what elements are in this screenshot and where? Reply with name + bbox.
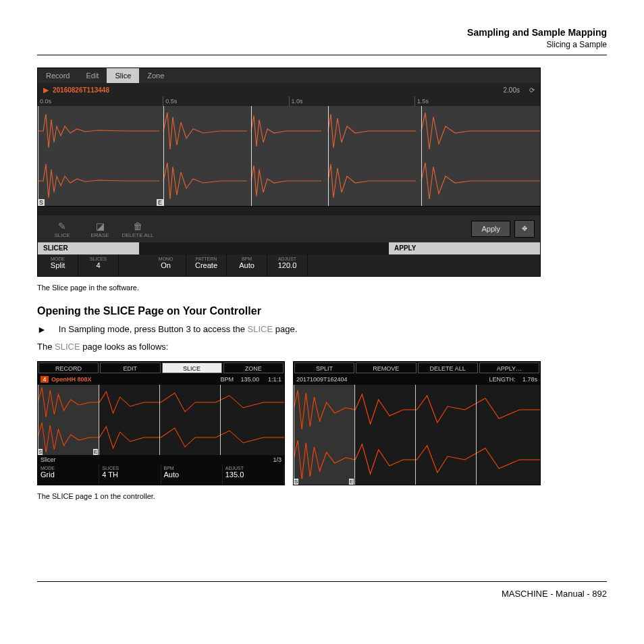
param-pattern[interactable]: PATTERNCreate (186, 254, 227, 276)
bpm-label: BPM (220, 376, 234, 383)
length-label: LENGTH: (489, 376, 515, 383)
instruction-text-b: page. (273, 324, 297, 334)
tab-record[interactable]: Record (38, 68, 78, 83)
bpm-value: 135.00 (240, 376, 259, 383)
slicer-header: SLICER (38, 242, 139, 254)
slice-label: SLICE (55, 342, 80, 352)
ctrl-tab-edit[interactable]: EDIT (100, 363, 160, 373)
param-mono[interactable]: MONOOn (146, 254, 186, 276)
ctrl-param-mode[interactable]: MODEGrid (38, 464, 99, 485)
header-divider (37, 55, 607, 55)
sample-name-ctrl: OpenHH 808X (51, 376, 92, 383)
tab-slice[interactable]: Slice (107, 68, 139, 83)
header-subtitle: Slicing a Sample (37, 40, 607, 49)
sample-name-right: 20171009T162404 (296, 376, 348, 383)
apply-header: APPLY (389, 242, 540, 254)
page-count: 1/3 (273, 456, 281, 463)
end-marker[interactable]: E (157, 199, 163, 206)
body-line: The SLICE page looks as follows: (37, 342, 607, 352)
ctrl-param-bpm[interactable]: BPMAuto (161, 464, 223, 485)
start-marker[interactable]: S (294, 479, 298, 485)
footer-text: MASCHINE - Manual - 892 (37, 589, 607, 599)
pos-value: 1:1:1 (268, 376, 281, 383)
tool-row: ✎ SLICE ◪ ERASE 🗑 DELETE ALL Apply ✥ (38, 215, 540, 242)
software-screenshot: Record Edit Slice Zone ▶ 20160826T113448… (37, 68, 541, 277)
sample-name: 20160826T113448 (53, 86, 500, 94)
ruler-tick: 1.0s (289, 97, 414, 106)
slot-number: 4 (41, 376, 49, 383)
instruction-row: ► In Sampling mode, press Button 3 to ac… (37, 324, 607, 335)
tab-zone[interactable]: Zone (139, 68, 172, 83)
start-marker[interactable]: S (38, 199, 45, 206)
scrollbar[interactable] (38, 206, 540, 215)
slicer-head: Slicer (41, 456, 56, 463)
end-marker[interactable]: E (93, 449, 98, 455)
ctrl-btn-apply[interactable]: APPLY… (479, 363, 539, 373)
ruler-tick: 0.5s (163, 97, 288, 106)
end-marker[interactable]: E (349, 479, 354, 485)
bullet-icon: ► (37, 324, 47, 335)
footer-divider (37, 581, 607, 582)
param-bpm[interactable]: BPMAuto (227, 254, 267, 276)
loop-icon[interactable]: ⟳ (529, 86, 535, 94)
ctrl-btn-deleteall[interactable]: DELETE ALL (418, 363, 478, 373)
section-heading: Opening the SLICE Page on Your Controlle… (37, 305, 607, 317)
ctrl-waveform-right[interactable]: S E (294, 385, 540, 485)
controller-right: SPLIT REMOVE DELETE ALL APPLY… 20171009T… (293, 361, 541, 485)
time-ruler: 0.0s 0.5s 1.0s 1.5s (38, 97, 540, 106)
ctrl-waveform-left[interactable]: S E (38, 385, 284, 455)
play-icon[interactable]: ▶ (43, 86, 49, 95)
sw-file-row: ▶ 20160826T113448 2.00s ⟳ (38, 83, 540, 97)
instruction-text-a: In Sampling mode, press Button 3 to acce… (59, 324, 248, 334)
eraser-icon: ◪ (81, 220, 119, 232)
param-mode[interactable]: MODESplit (38, 254, 78, 276)
sample-length: 2.00s (504, 86, 520, 94)
move-icon[interactable]: ✥ (514, 220, 535, 238)
controller-left: RECORD EDIT SLICE ZONE 4 OpenHH 808X BPM… (37, 361, 285, 485)
param-headers: SLICER APPLY (38, 242, 540, 254)
waveform-display[interactable]: S E (38, 106, 540, 206)
sw-tab-bar: Record Edit Slice Zone (38, 68, 540, 83)
ctrl-btn-split[interactable]: SPLIT (294, 363, 354, 373)
ctrl-btn-remove[interactable]: REMOVE (356, 363, 416, 373)
controller-screenshot: RECORD EDIT SLICE ZONE 4 OpenHH 808X BPM… (37, 361, 541, 485)
param-row: MODESplit SLICES4 MONOOn PATTERNCreate B… (38, 254, 540, 276)
delete-all-tool[interactable]: 🗑 DELETE ALL (119, 220, 157, 238)
ruler-tick: 1.5s (414, 97, 540, 106)
param-slices[interactable]: SLICES4 (78, 254, 119, 276)
ruler-tick: 0.0s (38, 97, 163, 106)
apply-button[interactable]: Apply (471, 221, 510, 237)
erase-tool[interactable]: ◪ ERASE (81, 220, 119, 238)
param-adjust[interactable]: ADJUST120.0 (267, 254, 308, 276)
header-title: Sampling and Sample Mapping (37, 27, 607, 38)
tab-edit[interactable]: Edit (78, 68, 107, 83)
caption-2: The SLICE page 1 on the controller. (37, 492, 607, 500)
caption-1: The Slice page in the software. (37, 284, 607, 292)
ctrl-tab-slice[interactable]: SLICE (162, 363, 222, 373)
knife-icon: ✎ (43, 220, 81, 232)
ctrl-param-slices[interactable]: SLICES4 TH (99, 464, 161, 485)
slice-tool[interactable]: ✎ SLICE (43, 220, 81, 238)
length-value: 1.78s (522, 376, 537, 383)
ctrl-param-adjust[interactable]: ADJUST135.0 (223, 464, 284, 485)
svg-rect-0 (38, 106, 540, 206)
ctrl-tab-zone[interactable]: ZONE (223, 363, 284, 373)
ctrl-tab-record[interactable]: RECORD (38, 363, 99, 373)
slice-label: SLICE (248, 324, 273, 334)
start-marker[interactable]: S (38, 449, 43, 455)
trash-icon: 🗑 (119, 220, 157, 232)
